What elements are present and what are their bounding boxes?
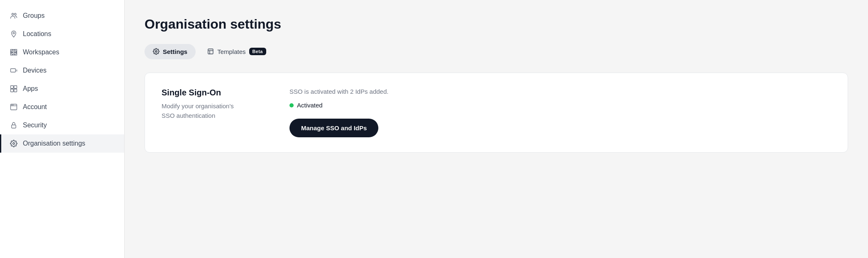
sidebar-item-apps[interactable]: Apps [0,80,124,98]
card-right: SSO is activated with 2 IdPs added. Acti… [289,88,831,137]
beta-badge: Beta [249,48,266,55]
main-content: Organisation settings Settings Templates… [125,0,868,258]
account-icon [10,103,18,111]
sidebar-item-organisation-settings[interactable]: Organisation settings [0,134,124,153]
sso-card: Single Sign-On Modify your organisation'… [145,73,848,153]
page-title: Organisation settings [145,17,848,32]
svg-rect-6 [14,86,17,89]
sso-card-title: Single Sign-On [162,88,270,97]
status-row: Activated [289,102,831,109]
sidebar-item-workspaces[interactable]: Workspaces [0,43,124,61]
template-tab-icon [207,48,214,55]
devices-icon [10,66,18,75]
security-icon [10,121,18,129]
apps-icon [10,85,18,93]
status-label: Activated [297,102,323,109]
manage-sso-button[interactable]: Manage SSO and IdPs [289,119,378,137]
svg-point-0 [12,13,14,15]
svg-rect-8 [14,89,17,92]
sidebar-item-account[interactable]: Account [0,98,124,116]
svg-point-15 [155,51,157,52]
sidebar-item-label: Organisation settings [23,140,85,147]
svg-rect-16 [208,49,213,54]
svg-rect-5 [11,86,14,89]
sso-status-text: SSO is activated with 2 IdPs added. [289,88,831,95]
svg-rect-13 [12,125,16,128]
sidebar-item-label: Groups [23,12,44,19]
svg-point-14 [13,143,15,145]
sidebar-item-security[interactable]: Security [0,116,124,134]
sidebar-item-label: Account [23,103,47,111]
sso-card-description: Modify your organisation'sSSO authentica… [162,102,270,120]
status-dot [289,103,294,107]
sidebar-item-label: Devices [23,67,47,74]
sidebar: Groups Locations Workspaces [0,0,125,258]
tab-templates[interactable]: Templates Beta [199,44,274,59]
sidebar-item-groups[interactable]: Groups [0,7,124,25]
location-icon [10,30,18,38]
sidebar-item-locations[interactable]: Locations [0,25,124,43]
svg-point-2 [13,32,15,34]
sidebar-item-devices[interactable]: Devices [0,61,124,80]
tab-settings[interactable]: Settings [145,44,196,59]
sidebar-item-label: Workspaces [23,49,59,56]
svg-rect-7 [11,89,14,92]
tabs: Settings Templates Beta [145,44,848,59]
svg-rect-4 [11,69,16,72]
gear-icon [10,139,18,148]
workspaces-icon [10,48,18,56]
sidebar-item-label: Apps [23,85,38,92]
svg-marker-3 [11,49,16,55]
settings-tab-label: Settings [163,48,187,55]
svg-rect-9 [11,104,17,110]
sidebar-item-label: Security [23,122,47,129]
card-left: Single Sign-On Modify your organisation'… [162,88,270,120]
svg-point-1 [15,13,17,15]
groups-icon [10,12,18,20]
templates-tab-label: Templates [217,48,245,55]
sidebar-item-label: Locations [23,30,51,38]
settings-tab-icon [153,48,159,55]
